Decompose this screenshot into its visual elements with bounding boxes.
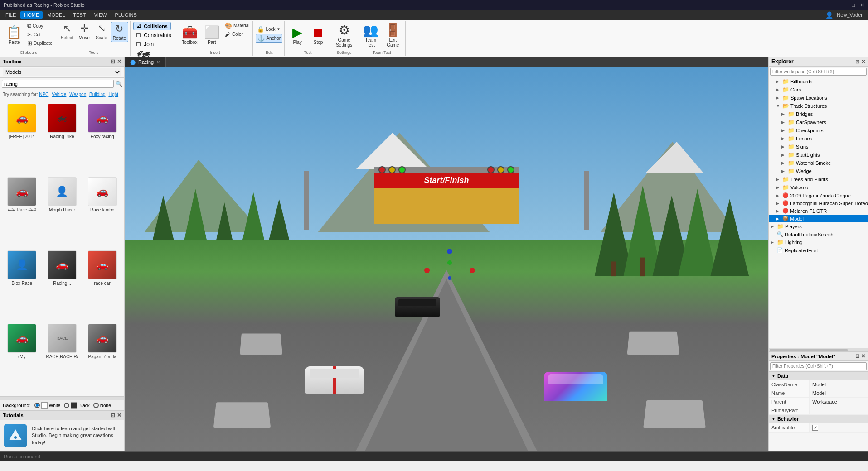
suggestion-vehicle[interactable]: Vehicle	[52, 92, 66, 97]
list-item[interactable]: 🚗 ### Race ###	[3, 175, 41, 247]
suggestion-light[interactable]: Light	[108, 92, 118, 97]
bg-white-option[interactable]: White	[34, 402, 61, 409]
explorer-pin-icon[interactable]: ⊡	[855, 59, 859, 65]
scale-button[interactable]: ⤡ Scale	[93, 22, 110, 41]
maximize-icon[interactable]: □	[852, 2, 855, 8]
stop-button[interactable]: ⏹ Stop	[308, 22, 328, 49]
tree-item-defaulttoolbox[interactable]: 🔍 DefaultToolboxSearch	[769, 231, 868, 238]
tree-item-model[interactable]: ▶ 📦 Model	[769, 215, 868, 222]
constraints-check[interactable]: ☐ Constraints	[133, 31, 174, 39]
paste-button[interactable]: 📋 Paste	[4, 22, 25, 49]
list-item[interactable]: 🚗 [FREE] 2014	[3, 102, 41, 173]
explorer-search-input[interactable]	[770, 68, 867, 76]
tree-item-signs[interactable]: ▶ 📁 Signs	[769, 143, 868, 151]
props-section-data[interactable]: ▼ Data	[769, 372, 868, 380]
suggestion-building[interactable]: Building	[89, 92, 106, 97]
tree-item-carspawners[interactable]: ▶ 📁 CarSpawners	[769, 118, 868, 126]
car-black[interactable]	[395, 297, 440, 317]
props-search-input[interactable]	[770, 362, 867, 370]
part-button[interactable]: ⬜ Part	[201, 22, 223, 49]
bg-black-option[interactable]: Black	[64, 402, 89, 409]
move-button[interactable]: ✛ Move	[76, 22, 92, 41]
props-close-icon[interactable]: ✕	[861, 353, 865, 359]
prop-val-classname[interactable]: Model	[810, 380, 868, 389]
toolbox-search-input[interactable]	[2, 80, 114, 88]
material-button[interactable]: 🎨 Material	[223, 22, 251, 29]
menu-model[interactable]: MODEL	[44, 11, 68, 19]
duplicate-button[interactable]: ⊞ Duplicate	[26, 39, 54, 47]
prop-val-name[interactable]: Model	[810, 389, 868, 397]
color-button[interactable]: 🖌 Color	[223, 30, 251, 38]
prop-val-parent[interactable]: Workspace	[810, 398, 868, 406]
tree-item-bridges[interactable]: ▶ 📁 Bridges	[769, 110, 868, 118]
collisions-check[interactable]: ☑ Collisions	[133, 22, 171, 30]
game-settings-button[interactable]: ⚙ Game Settings	[333, 22, 355, 49]
tutorials-body[interactable]: Click here to learn and get started with…	[0, 420, 124, 451]
tab-racing[interactable]: ⬤ Racing ✕	[125, 57, 166, 67]
list-item[interactable]: 👤 Morph Racer	[43, 175, 82, 247]
prop-val-primarypart[interactable]	[810, 406, 868, 414]
suggestion-npc[interactable]: NPC	[39, 92, 48, 97]
list-item[interactable]: 🚗 Race lambo	[83, 175, 121, 247]
list-item[interactable]: 🚗 Racing...	[43, 249, 82, 320]
suggestion-weapon[interactable]: Weapon	[69, 92, 86, 97]
list-item[interactable]: 🚗 (My	[3, 322, 41, 394]
tree-item-startlights[interactable]: ▶ 📁 StartLights	[769, 151, 868, 159]
props-section-behavior[interactable]: ▼ Behavior	[769, 415, 868, 423]
rotate-button[interactable]: ↻ Rotate	[111, 22, 128, 42]
tree-item-mclaren[interactable]: ▶ 🔴 Mclaren F1 GTR	[769, 207, 868, 215]
tree-item-volcano[interactable]: ▶ 📁 Volcano	[769, 183, 868, 192]
lock-dropdown[interactable]: ▼	[277, 27, 281, 31]
car-white-stripe[interactable]	[305, 366, 364, 394]
tree-item-spawnlocations[interactable]: ▶ 📁 SpawnLocations	[769, 94, 868, 102]
tutorials-close-icon[interactable]: ✕	[117, 412, 121, 418]
menu-plugins[interactable]: PLUGINS	[112, 11, 141, 19]
tab-racing-close[interactable]: ✕	[156, 60, 160, 65]
minimize-icon[interactable]: ─	[843, 2, 847, 8]
list-item[interactable]: 🚗 Pagani Zonda	[83, 322, 121, 394]
viewport[interactable]: Start/Finish	[125, 67, 768, 451]
join-check[interactable]: ☐ Join	[133, 40, 156, 48]
command-input[interactable]	[4, 454, 864, 459]
explorer-hscrollbar[interactable]	[769, 348, 868, 351]
copy-button[interactable]: ⧉ Copy	[26, 22, 54, 30]
lock-button[interactable]: 🔒 Lock ▼	[256, 25, 282, 33]
select-button[interactable]: ↖ Select	[59, 22, 75, 41]
close-icon[interactable]: ✕	[860, 2, 864, 8]
toolbox-pin-icon[interactable]: ⊡	[111, 58, 115, 65]
tree-item-billboards[interactable]: ▶ 📁 Billboards	[769, 77, 868, 86]
tree-item-wedge[interactable]: ▶ 📁 Wedge	[769, 167, 868, 175]
list-item[interactable]: 👤 Blox Race	[3, 249, 41, 320]
play-button[interactable]: ▶ Play	[287, 22, 307, 49]
toolbox-scrollbar[interactable]	[0, 396, 124, 400]
team-test-button[interactable]: 👥 Team Test	[360, 22, 381, 49]
list-item[interactable]: RACE RACE,RACE,R/	[43, 322, 82, 394]
toolbox-close-icon[interactable]: ✕	[117, 58, 121, 65]
explorer-close-icon[interactable]: ✕	[861, 59, 865, 65]
car-colorful[interactable]	[544, 372, 607, 401]
tree-item-pagani[interactable]: ▶ 🔴 2009 Pagani Zonda Cinque	[769, 192, 868, 199]
tree-item-lamborghini[interactable]: ▶ 🔴 Lamborghini Huracan Super Trofeo '15	[769, 199, 868, 207]
menu-test[interactable]: TEST	[69, 11, 89, 19]
list-item[interactable]: 🏍 Racing Bike	[43, 102, 82, 173]
tree-item-waterfallsmoke[interactable]: ▶ 📁 WaterfallSmoke	[769, 159, 868, 167]
toolbox-button[interactable]: 🧰 Toolbox	[179, 22, 200, 49]
list-item[interactable]: 🚗 race car	[83, 249, 121, 320]
tree-item-lighting[interactable]: ▶ 📁 Lighting	[769, 238, 868, 246]
tree-item-checkpoints[interactable]: ▶ 📁 Checkpoints	[769, 126, 868, 135]
tree-item-players[interactable]: ▶ 📁 Players	[769, 222, 868, 231]
anchor-button[interactable]: ⚓ Anchor	[256, 34, 282, 43]
menu-home[interactable]: HOME	[20, 11, 43, 19]
tree-item-trackstructures[interactable]: ▼ 📂 Track Structures	[769, 102, 868, 110]
archivable-checkbox[interactable]: ✓	[812, 425, 818, 431]
bg-none-option[interactable]: None	[93, 403, 111, 408]
menu-view[interactable]: VIEW	[90, 11, 110, 19]
list-item[interactable]: 🚗 Foxy racing	[83, 102, 121, 173]
menu-file[interactable]: FILE	[2, 11, 19, 19]
tree-item-treesandplants[interactable]: ▶ 📁 Trees and Plants	[769, 175, 868, 183]
tree-item-cars[interactable]: ▶ 📁 Cars	[769, 86, 868, 94]
tutorials-pin-icon[interactable]: ⊡	[111, 412, 115, 418]
tree-item-fences[interactable]: ▶ 📁 Fences	[769, 135, 868, 143]
exit-game-button[interactable]: 🚪 Exit Game	[382, 22, 403, 49]
cut-button[interactable]: ✂ Cut	[26, 31, 54, 38]
